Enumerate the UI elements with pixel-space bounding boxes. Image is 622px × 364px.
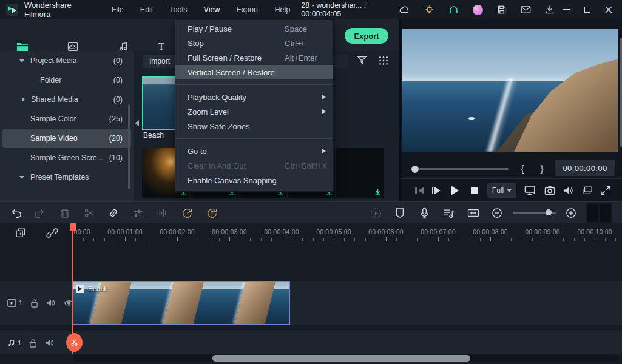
adjust-icon[interactable] [130,202,146,224]
audio-mixer-icon[interactable] [441,202,456,224]
cloud-icon[interactable] [399,5,410,15]
scrubber-track[interactable] [419,168,509,170]
mark-in-button[interactable]: { [516,161,529,175]
menu-view[interactable]: View [204,5,220,14]
item-count: (25) [109,115,123,123]
delete-icon[interactable] [57,202,73,224]
sidebar-scrollbar[interactable] [128,104,130,189]
shortcut-label: Ctrl+/ [285,39,303,48]
menu-edit[interactable]: Edit [140,5,154,14]
next-frame-icon[interactable] [432,187,441,194]
save-icon[interactable] [497,5,507,15]
audio-track-icon [7,339,15,347]
menu-separator [175,84,333,85]
menu-item-full-screen-restore[interactable]: Full Screen / Restore Alt+Enter [175,50,333,65]
previous-frame-icon[interactable] [415,187,424,194]
quality-selector[interactable]: Full [487,183,516,198]
horizontal-scrollbar-thumb[interactable] [212,355,470,362]
zoom-slider[interactable] [513,212,556,214]
crop-icon[interactable] [106,202,121,224]
mail-icon[interactable] [521,5,531,14]
submenu-arrow-icon [322,149,326,153]
audio-adjust-icon[interactable] [154,202,170,224]
lock-icon[interactable] [29,339,37,348]
item-count: (20) [109,134,123,143]
text-to-speech-icon[interactable] [204,202,220,224]
link-icon[interactable] [46,227,58,239]
clip-thumbnail [146,282,218,324]
mute-icon[interactable] [46,298,56,307]
preview-scrollbar[interactable] [620,38,622,147]
sidebar-item-preset-templates[interactable]: Preset Templates [0,167,134,187]
menu-item-stop[interactable]: Stop Ctrl+/ [175,36,333,50]
add-to-timeline-icon[interactable] [15,227,27,239]
support-headset-icon[interactable] [448,5,459,15]
horizontal-scrollbar[interactable] [73,355,619,362]
preview-video[interactable] [402,29,618,152]
menu-tools[interactable]: Tools [169,5,187,14]
fit-display-icon[interactable] [524,185,536,196]
timeline-clip-beach[interactable]: Beach [73,281,290,325]
marker-icon[interactable] [392,202,408,224]
sidebar-item-sample-green-screen[interactable]: Sample Green Scre... (10) [0,148,134,167]
scrubber-playhead[interactable] [411,166,419,173]
playhead-head[interactable] [70,223,76,231]
timeline-toolbar [0,201,622,223]
minimize-button[interactable] [563,9,570,10]
sidebar-item-project-media[interactable]: Project Media (0) [0,51,134,70]
menu-item-show-safe-zones[interactable]: Show Safe Zones [175,119,333,133]
audio-track-header: 1 [0,331,73,354]
menu-item-vertical-screen-restore[interactable]: Vertical Screen / Restore [175,65,333,79]
play-icon[interactable] [448,186,461,195]
redo-icon[interactable] [32,202,47,224]
menu-item-go-to[interactable]: Go to [175,144,333,158]
menu-item-playback-quality[interactable]: Playback Quality [175,90,333,104]
menu-item-play-pause[interactable]: Play / Pause Space [175,21,333,36]
speaker-icon[interactable] [563,186,574,195]
grid-view-icon[interactable] [379,56,388,66]
media-item[interactable] [336,148,384,198]
zoom-slider-handle[interactable] [546,209,552,215]
menu-item-zoom-level[interactable]: Zoom Level [175,104,333,119]
account-avatar[interactable] [473,5,483,15]
menu-item-enable-canvas-snapping[interactable]: Enable Canvas Snapping [175,173,333,187]
lock-icon[interactable] [30,298,38,308]
fit-timeline-icon[interactable] [465,202,481,224]
zoom-in-icon[interactable] [563,202,579,224]
filter-icon[interactable] [357,55,367,66]
speed-icon[interactable] [179,202,195,224]
download-icon[interactable] [545,5,555,15]
expand-arrow-icon[interactable] [22,97,25,102]
sidebar-item-folder[interactable]: Folder (0) [0,70,134,90]
playhead-scissors-handle[interactable] [66,333,83,352]
collapse-arrow-icon[interactable] [19,176,24,179]
pip-icon[interactable] [582,186,593,195]
fullscreen-icon[interactable] [601,186,610,195]
window-controls [563,6,612,13]
maximize-button[interactable] [584,7,590,13]
undo-icon[interactable] [8,202,24,224]
mark-out-button[interactable]: } [535,161,549,175]
sidebar-item-sample-color[interactable]: Sample Color (25) [0,109,134,129]
menu-file[interactable]: File [112,5,124,14]
zoom-out-icon[interactable] [489,202,505,224]
split-scissors-icon[interactable] [81,202,97,224]
export-button[interactable]: Export [345,28,388,44]
record-voiceover-icon[interactable] [416,202,432,224]
close-button[interactable] [605,6,612,13]
snapshot-icon[interactable] [544,186,555,195]
menu-export[interactable]: Export [236,5,258,14]
sidebar-item-shared-media[interactable]: Shared Media (0) [0,90,134,109]
stop-icon[interactable] [468,187,479,194]
layout-toggle-buttons[interactable] [586,203,612,223]
menu-help[interactable]: Help [275,5,291,14]
media-sidebar: Project Media (0) Folder (0) Shared Medi… [0,51,134,201]
stock-media-icon [67,42,78,52]
sidebar-item-sample-video[interactable]: Sample Video (20) [2,129,131,148]
collapse-panel-icon[interactable] [135,120,139,126]
render-preview-icon[interactable] [368,202,384,224]
import-button[interactable]: Import [143,55,176,68]
mute-icon[interactable] [45,339,55,347]
tips-bulb-icon[interactable] [424,5,434,15]
collapse-arrow-icon[interactable] [19,59,24,62]
